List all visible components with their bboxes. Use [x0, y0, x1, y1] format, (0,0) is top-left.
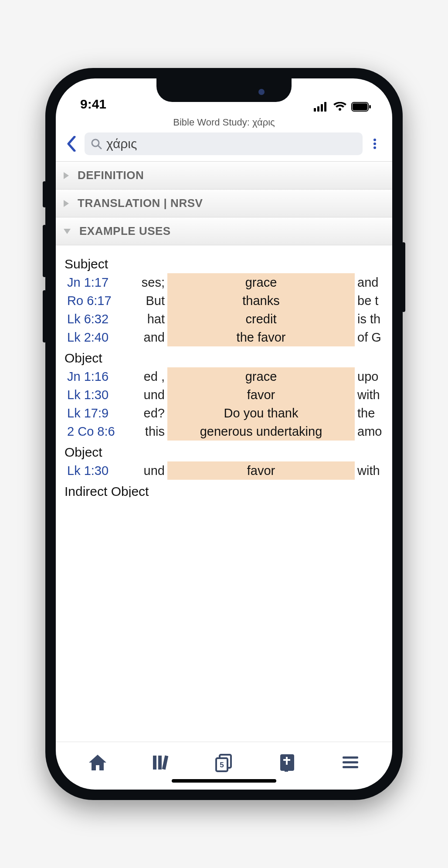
group-title: Object — [64, 351, 385, 366]
verse-row: Jn 1:17ses;graceand — [63, 273, 385, 292]
group-title: Subject — [64, 257, 385, 271]
verse-row: Lk 2:40andthe favorof G — [63, 328, 385, 346]
cell-signal-icon — [314, 102, 329, 112]
search-row: χάρις — [56, 132, 392, 161]
highlighted-term: grace — [167, 367, 355, 386]
nav-library[interactable] — [149, 750, 173, 775]
notch — [156, 78, 292, 102]
section-example-uses[interactable]: EXAMPLE USES — [56, 217, 392, 245]
context-after: be t — [355, 292, 385, 310]
verse-row: Lk 1:30undfavorwith — [63, 386, 385, 404]
svg-rect-1 — [317, 106, 319, 112]
svg-rect-6 — [369, 105, 371, 108]
section-translation[interactable]: TRANSLATION | NRSV — [56, 189, 392, 217]
verse-reference[interactable]: Lk 1:30 — [63, 386, 128, 404]
svg-line-8 — [98, 146, 101, 149]
chevron-down-icon — [64, 229, 71, 234]
context-after: with — [355, 386, 385, 404]
side-button — [43, 290, 46, 342]
svg-rect-11 — [162, 755, 168, 770]
context-after: with — [355, 461, 385, 480]
highlighted-term: generous undertaking — [167, 422, 355, 441]
context-after: amo — [355, 422, 385, 441]
example-uses-content: SubjectJn 1:17ses;graceandRo 6:17Butthan… — [56, 245, 392, 497]
svg-rect-2 — [321, 104, 323, 112]
context-before: But — [128, 292, 167, 310]
section-label: EXAMPLE USES — [79, 224, 171, 238]
nav-tabs[interactable]: 5 — [212, 750, 236, 775]
home-icon — [88, 754, 107, 771]
context-before: ed , — [128, 367, 167, 386]
chevron-right-icon — [64, 172, 69, 179]
verse-reference[interactable]: Jn 1:16 — [63, 367, 128, 386]
verse-reference[interactable]: 2 Co 8:6 — [63, 422, 128, 441]
verse-row: 2 Co 8:6thisgenerous undertakingamo — [63, 422, 385, 441]
highlighted-term: grace — [167, 273, 355, 292]
section-label: DEFINITION — [78, 169, 144, 182]
context-before: ed? — [128, 404, 167, 422]
context-after: is th — [355, 310, 385, 328]
wifi-icon — [333, 102, 347, 112]
context-before: und — [128, 461, 167, 480]
verse-reference[interactable]: Lk 6:32 — [63, 310, 128, 328]
context-before: and — [128, 328, 167, 346]
highlighted-term: thanks — [167, 292, 355, 310]
tabs-icon: 5 — [214, 753, 234, 772]
highlighted-term: favor — [167, 386, 355, 404]
svg-rect-18 — [343, 756, 358, 759]
svg-text:5: 5 — [220, 761, 224, 769]
context-after: upo — [355, 367, 385, 386]
context-before: und — [128, 386, 167, 404]
section-label: TRANSLATION | NRSV — [78, 197, 203, 210]
side-button — [43, 225, 46, 277]
verse-reference[interactable]: Lk 17:9 — [63, 404, 128, 422]
menu-icon — [342, 756, 359, 770]
svg-rect-3 — [324, 102, 326, 112]
verse-reference[interactable]: Ro 6:17 — [63, 292, 128, 310]
nav-home[interactable] — [85, 750, 110, 775]
svg-rect-10 — [158, 756, 162, 770]
chevron-right-icon — [64, 200, 69, 207]
highlighted-term: favor — [167, 461, 355, 480]
highlighted-term: credit — [167, 310, 355, 328]
side-button — [43, 181, 46, 207]
chevron-left-icon — [66, 136, 77, 152]
side-button — [402, 242, 405, 312]
search-icon — [91, 138, 102, 149]
svg-rect-5 — [353, 103, 367, 110]
context-before: ses; — [128, 273, 167, 292]
highlighted-term: the favor — [167, 328, 355, 346]
svg-rect-20 — [343, 766, 358, 768]
back-button[interactable] — [62, 134, 81, 153]
svg-rect-9 — [153, 756, 156, 770]
status-right — [314, 102, 371, 112]
section-definition[interactable]: DEFINITION — [56, 161, 392, 190]
page-title: Bible Word Study: χάρις — [56, 113, 392, 132]
highlighted-term: Do you thank — [167, 404, 355, 422]
svg-rect-19 — [343, 761, 358, 763]
screen: 9:41 Bible Word Study: χάρις χάρις — [56, 78, 392, 790]
verse-row: Ro 6:17Butthanksbe t — [63, 292, 385, 310]
svg-rect-0 — [314, 108, 316, 112]
nav-menu[interactable] — [338, 750, 363, 775]
context-before: this — [128, 422, 167, 441]
phone-frame: 9:41 Bible Word Study: χάρις χάρις — [45, 68, 403, 800]
svg-rect-17 — [283, 759, 290, 761]
more-vertical-icon — [373, 137, 376, 150]
context-after: the — [355, 404, 385, 422]
verse-row: Lk 1:30undfavorwith — [63, 461, 385, 480]
bible-icon — [279, 753, 295, 772]
verse-reference[interactable]: Jn 1:17 — [63, 273, 128, 292]
verse-reference[interactable]: Lk 2:40 — [63, 328, 128, 346]
context-after: of G — [355, 328, 385, 346]
verse-row: Lk 6:32hatcreditis th — [63, 310, 385, 328]
search-value: χάρις — [106, 136, 137, 151]
library-icon — [151, 754, 170, 771]
more-button[interactable] — [366, 134, 384, 153]
nav-bible[interactable] — [275, 750, 299, 775]
verse-row: Lk 17:9ed?Do you thankthe — [63, 404, 385, 422]
search-input[interactable]: χάρις — [85, 132, 363, 155]
home-indicator[interactable] — [172, 779, 276, 783]
verse-reference[interactable]: Lk 1:30 — [63, 461, 128, 480]
status-time: 9:41 — [80, 97, 106, 112]
